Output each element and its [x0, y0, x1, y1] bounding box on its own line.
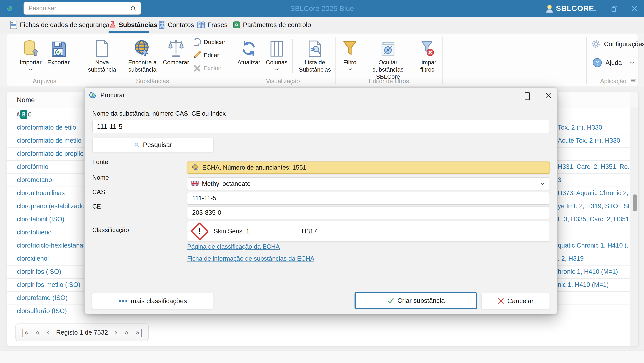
fast-next-button[interactable]: »: [124, 328, 129, 337]
search-icon[interactable]: [130, 6, 136, 12]
delete-button[interactable]: Excluir: [193, 63, 230, 74]
echa-classification-link[interactable]: Página de classificação da ECHA: [187, 243, 280, 250]
echa-infocard-link[interactable]: Ficha de informação de substâncias da EC…: [187, 255, 314, 262]
duplicate-button[interactable]: Duplicar: [193, 37, 230, 48]
classification-cell: Tox. 2 (*), H330: [558, 121, 629, 134]
duplicate-label: Duplicar: [204, 38, 225, 46]
ribbon-card: Importar Exportar Arquivos Nova substânc…: [7, 34, 638, 86]
cancel-button[interactable]: Cancelar: [481, 293, 550, 309]
export-button[interactable]: Exportar: [46, 36, 72, 66]
columns-button[interactable]: Colunas: [264, 36, 290, 71]
ce-field[interactable]: 203-835-0: [187, 206, 550, 219]
help-button[interactable]: ? Ajuda: [592, 58, 634, 68]
tab-frases[interactable]: Frases: [197, 19, 228, 30]
search-dialog: Procurar Nome da substância, número CAS,…: [84, 88, 558, 314]
classification-cell: 3: [558, 174, 629, 186]
edit-button[interactable]: Editar: [193, 50, 230, 60]
close-dialog-icon[interactable]: [545, 92, 552, 99]
database-import-icon: [22, 36, 39, 57]
scrollbar-thumb[interactable]: [633, 194, 637, 211]
query-field[interactable]: [92, 120, 550, 133]
classification-cell: [558, 304, 629, 317]
delete-label: Excluir: [204, 65, 222, 72]
fonte-field[interactable]: ECHA, Número de anunciantes: 1551: [187, 162, 550, 174]
chevron-down-icon: [28, 68, 33, 71]
ghs07-exclamation-pictogram: !: [193, 225, 206, 238]
cas-field[interactable]: 111-11-5: [187, 192, 550, 204]
query-input[interactable]: [92, 120, 550, 133]
vertical-scrollbar[interactable]: [630, 92, 639, 346]
new-document-icon: [95, 36, 109, 57]
compare-button[interactable]: Comparar: [161, 36, 191, 66]
chevron-down-icon: [274, 68, 279, 71]
minimize-icon[interactable]: [589, 10, 596, 10]
dialog-logo-icon: [89, 91, 96, 99]
book-icon: [197, 21, 205, 29]
import-button[interactable]: Importar: [18, 36, 44, 71]
filter-label: Filtro: [343, 59, 356, 66]
classification-cell: H373, Aquatic Chronic 2,...: [558, 186, 629, 199]
find-substance-button[interactable]: Encontre a substância: [123, 36, 162, 73]
filter-button[interactable]: Filtro: [338, 36, 361, 71]
floppy-export-icon: [51, 36, 66, 57]
tab-parametros[interactable]: Parâmetros de controlo: [233, 19, 311, 30]
new-substance-button[interactable]: Nova substância: [84, 36, 120, 73]
settings-button[interactable]: Configurações: [591, 39, 644, 49]
tab-label: Substâncias: [119, 21, 157, 28]
filter-funnel-icon: [342, 36, 358, 57]
hide-sblcore-substances-button[interactable]: Ocultar substâncias SBLCore: [364, 36, 412, 80]
cas-value: 111-11-5: [188, 194, 216, 202]
prev-page-button[interactable]: ‹: [46, 328, 50, 337]
classification-cell: E 3, H335, Carc. 2, H351,...: [558, 213, 629, 226]
group-separator: [335, 37, 336, 84]
global-search-input[interactable]: [24, 4, 141, 12]
group-options-icon[interactable]: [631, 78, 637, 83]
global-search-box[interactable]: [24, 2, 141, 14]
tab-fichas-de-dados[interactable]: Fichas de dados de segurança: [10, 19, 110, 30]
columns-label: Colunas: [266, 59, 288, 66]
ribbon-toolbar: Importar Exportar Arquivos Nova substânc…: [0, 33, 644, 88]
tab-substancias[interactable]: Substâncias: [109, 19, 157, 30]
restore-window-icon[interactable]: [610, 5, 618, 13]
more-classifications-button[interactable]: mais classificações: [92, 293, 214, 309]
help-label: Ajuda: [606, 59, 622, 66]
globe-search-icon: [134, 36, 151, 57]
hide-sblcore-substances-label: Ocultar substâncias SBLCore: [364, 59, 412, 80]
first-page-button[interactable]: |«: [22, 328, 29, 337]
last-page-button[interactable]: »|: [135, 328, 142, 337]
nome-dropdown[interactable]: Methyl octanoate: [187, 177, 550, 190]
substance-list-label: Lista de Substâncias: [297, 59, 332, 73]
window-title: SBLCore 2025 Blue: [290, 0, 354, 17]
cas-label: CAS: [92, 188, 105, 196]
svg-text:?: ?: [596, 59, 599, 66]
record-counter: Registo 1 de 7532: [56, 329, 108, 336]
scales-icon: [168, 36, 184, 57]
dialog-search-button[interactable]: Pesquisar: [92, 138, 214, 152]
minor-separator: [292, 39, 293, 73]
more-classifications-label: mais classificações: [131, 297, 187, 305]
group-label-aplicacao: Aplicação: [588, 78, 638, 85]
tab-label: Parâmetros de controlo: [243, 21, 311, 28]
compare-label: Comparar: [163, 59, 189, 66]
maximize-dialog-icon[interactable]: [525, 92, 530, 100]
account-avatar-icon[interactable]: [545, 4, 554, 13]
classification-cell: nic 1, H410 (M=1): [558, 278, 629, 291]
substance-list-button[interactable]: Lista de Substâncias: [297, 36, 332, 73]
classification-cell: hronic 1, H410 (M=1): [558, 265, 629, 278]
refresh-button[interactable]: Atualizar: [235, 36, 262, 66]
close-window-icon[interactable]: [631, 5, 638, 12]
chevron-down-icon[interactable]: [540, 182, 545, 185]
fast-prev-button[interactable]: «: [35, 328, 40, 337]
tab-contatos[interactable]: Contatos: [158, 19, 194, 30]
next-page-button[interactable]: ›: [114, 328, 118, 337]
uk-flag-icon: [192, 181, 198, 186]
title-bar: SBLCore 2025 Blue SBLCORE: [0, 0, 644, 17]
create-substance-button[interactable]: Criar substância: [354, 292, 477, 310]
help-icon: ?: [592, 58, 602, 68]
nome-value: Methyl octanoate: [202, 180, 250, 188]
account-name[interactable]: SBLCORE: [556, 0, 594, 17]
building-icon: [158, 20, 166, 29]
clear-filters-button[interactable]: Limpar filtros: [413, 36, 442, 73]
status-strip: [0, 351, 644, 363]
abc-filter-icon[interactable]: ABC: [16, 111, 31, 118]
